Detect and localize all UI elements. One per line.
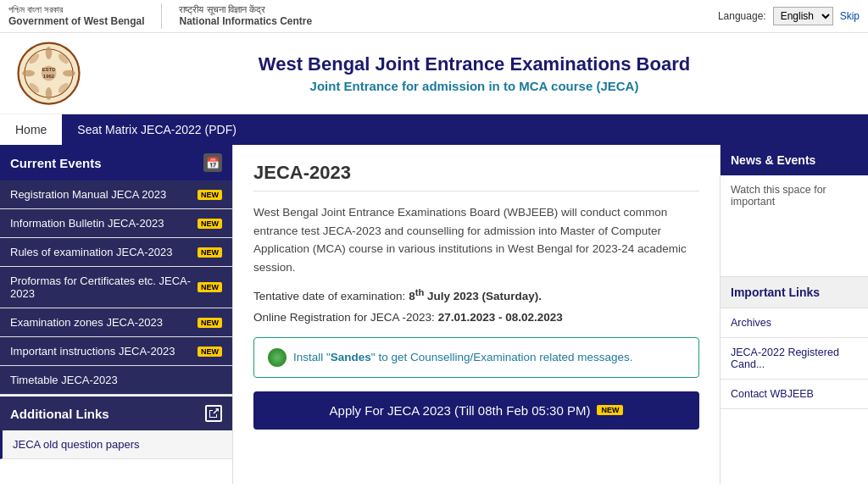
sidebar-item-label: Rules of examination JECA-2023 [10,246,192,258]
svg-point-3 [46,47,53,59]
sidebar-item-registration-manual[interactable]: Registration Manual JECA 2023 NEW [0,180,232,209]
sidebar-item-label: Registration Manual JECA 2023 [10,188,192,201]
sidebar-item-information-bulletin[interactable]: Information Bulletin JECA-2023 NEW [0,209,232,238]
additional-link-item-old-papers[interactable]: JECA old question papers [0,430,232,459]
registered-candidates-label: JECA-2022 Registered Cand... [731,347,839,370]
gov-bar-right: Language: English Bengali Skip [718,7,860,25]
board-logo: ESTD 1962 [17,42,81,105]
additional-link-label: JECA old question papers [13,438,140,451]
sidebar-item-label: Important instructions JECA-2023 [10,345,192,358]
apply-new-badge: NEW [597,405,623,415]
tentative-date-value: 8th July 2023 (Saturday). [409,290,542,302]
main-content-area: JECA-2023 West Bengal Joint Entrance Exa… [233,145,720,484]
tentative-label: Tentative date of examination: [253,290,405,302]
external-link-icon [205,405,222,422]
contact-label: Contact WBJEEB [731,388,814,400]
news-body-text: Watch this space for important [731,184,826,208]
right-sidebar: News & Events Watch this space for impor… [720,145,868,484]
sandes-icon [268,348,287,367]
nav-item-seat-matrix[interactable]: Seat Matrix JECA-2022 (PDF) [62,114,252,145]
gov-org2-hindi: राष्ट्रीय सूचना विज्ञान केंद्र [179,3,312,15]
nav-bar: Home Seat Matrix JECA-2022 (PDF) [0,114,868,145]
gov-logos: পশ্চিম বাংলা সরকার Government of West Be… [8,3,312,29]
news-events-header: News & Events [721,145,868,175]
svg-point-5 [22,70,35,77]
new-badge: NEW [198,318,222,328]
current-events-label: Current Events [10,156,102,170]
gov-org1-hindi: পশ্চিম বাংলা সরকার [8,3,144,15]
svg-text:1962: 1962 [43,74,55,79]
important-link-archives[interactable]: Archives [721,308,868,338]
tentative-date-text: Tentative date of examination: 8th July … [253,286,699,302]
gov-org1: পশ্চিম বাংলা সরকার Government of West Be… [8,3,144,29]
apply-button[interactable]: Apply For JECA 2023 (Till 08th Feb 05:30… [253,391,699,430]
sidebar-item-label: Timetable JECA-2023 [10,374,222,386]
sidebar-item-label: Proformas for Certificates etc. JECA-202… [10,274,192,300]
gov-org2-english: National Informatics Centre [179,15,312,29]
new-badge: NEW [198,347,222,357]
important-link-registered-candidates[interactable]: JECA-2022 Registered Cand... [721,338,868,380]
language-label: Language: [718,10,766,22]
reg-label: Online Registration for JECA -2023: [253,311,435,324]
gov-bar: পশ্চিম বাংলা সরকার Government of West Be… [0,0,868,33]
additional-links-label: Additional Links [10,407,109,421]
content-title: JECA-2023 [253,162,699,191]
reg-dates: 27.01.2023 - 08.02.2023 [438,311,563,324]
new-badge: NEW [198,219,222,229]
news-events-content: Watch this space for important [721,175,868,277]
sidebar-item-timetable[interactable]: Timetable JECA-2023 [0,366,232,395]
sandes-text: Install "Sandes" to get Counselling/Exam… [293,351,633,363]
content-body-text: West Bengal Joint Entrance Examinations … [253,203,699,276]
sidebar-item-proformas[interactable]: Proformas for Certificates etc. JECA-202… [0,267,232,308]
new-badge: NEW [198,190,222,200]
current-events-header: Current Events 📅 [0,145,232,180]
board-title: West Bengal Joint Entrance Examinations … [97,53,851,75]
main-layout: Current Events 📅 Registration Manual JEC… [0,145,868,484]
sidebar-item-important-instructions[interactable]: Important instructions JECA-2023 NEW [0,337,232,366]
gov-org1-english: Government of West Bengal [8,15,144,29]
sidebar-item-exam-zones[interactable]: Examination zones JECA-2023 NEW [0,308,232,337]
archives-label: Archives [731,317,771,329]
new-badge: NEW [198,247,222,258]
language-select[interactable]: English Bengali [773,7,833,25]
svg-point-6 [63,70,75,77]
important-links-header: Important Links [721,277,868,308]
page-header: ESTD 1962 West Bengal Joint Entrance Exa… [0,33,868,114]
new-badge: NEW [198,282,222,292]
nav-item-home[interactable]: Home [0,114,62,145]
additional-links-header: Additional Links [0,396,232,430]
registration-info: Online Registration for JECA -2023: 27.0… [253,311,699,324]
sidebar-item-label: Information Bulletin JECA-2023 [10,217,192,230]
sandes-banner[interactable]: Install "Sandes" to get Counselling/Exam… [253,337,699,378]
apply-button-label: Apply For JECA 2023 (Till 08th Feb 05:30… [330,403,591,418]
gov-org2: राष्ट्रीय सूचना विज्ञान केंद्र National … [179,3,312,29]
sidebar-item-rules[interactable]: Rules of examination JECA-2023 NEW [0,238,232,267]
header-text: West Bengal Joint Entrance Examinations … [97,53,851,93]
skip-link[interactable]: Skip [840,10,860,22]
important-link-contact[interactable]: Contact WBJEEB [721,380,868,409]
sidebar-item-label: Examination zones JECA-2023 [10,316,192,329]
svg-point-4 [46,87,53,100]
board-subtitle: Joint Entrance for admission in to MCA c… [97,79,851,93]
left-sidebar: Current Events 📅 Registration Manual JEC… [0,145,233,484]
calendar-icon: 📅 [203,153,222,172]
svg-text:ESTD: ESTD [42,67,56,72]
